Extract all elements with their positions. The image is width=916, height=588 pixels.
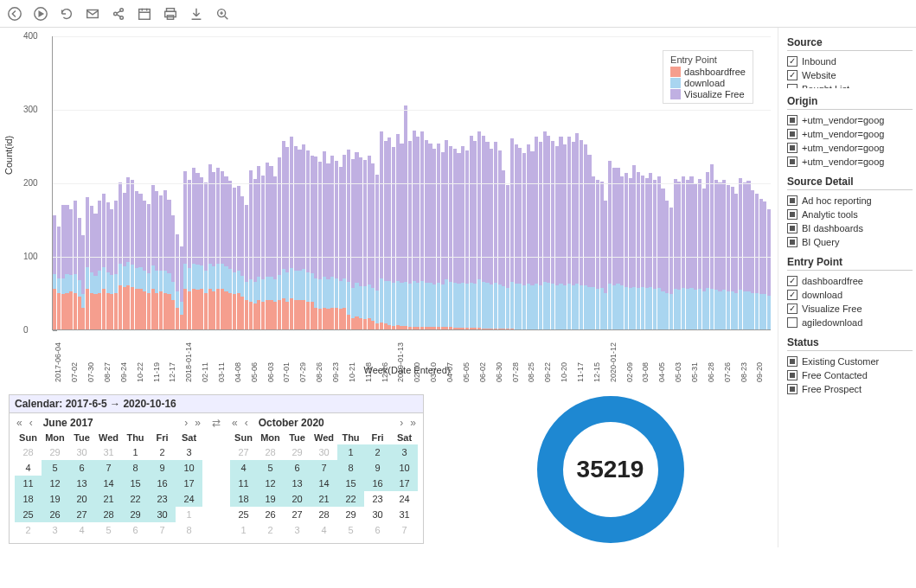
bar-week[interactable] — [457, 153, 460, 329]
bar-week[interactable] — [371, 163, 375, 329]
bar-week[interactable] — [404, 105, 407, 329]
prev-year-icon[interactable]: « — [230, 417, 240, 429]
filter-option[interactable]: dashboardfree — [787, 274, 913, 288]
calendar-day[interactable]: 9 — [149, 460, 176, 476]
bar-week[interactable] — [543, 131, 547, 330]
filter-option[interactable]: Free Prospect — [787, 382, 913, 396]
mail-icon[interactable] — [85, 6, 100, 22]
bar-week[interactable] — [53, 215, 56, 329]
bar-week[interactable] — [302, 144, 305, 329]
bar-week[interactable] — [604, 201, 607, 329]
bar-week[interactable] — [204, 182, 208, 329]
bar-week[interactable] — [461, 146, 464, 329]
calendar-day[interactable]: 2 — [15, 522, 42, 538]
checkbox-icon[interactable] — [787, 237, 797, 247]
calendar-day[interactable]: 11 — [230, 476, 257, 491]
calendar-day[interactable]: 14 — [311, 476, 337, 491]
bar-week[interactable] — [86, 197, 89, 329]
bar-week[interactable] — [522, 153, 526, 329]
checkbox-icon[interactable] — [787, 115, 797, 125]
bar-week[interactable] — [645, 178, 649, 329]
bar-week[interactable] — [98, 201, 101, 329]
checkbox-icon[interactable] — [787, 370, 797, 380]
filter-option[interactable]: Existing Customer — [787, 355, 913, 368]
bar-week[interactable] — [343, 155, 346, 329]
calendar-day[interactable]: 4 — [15, 460, 42, 476]
bar-week[interactable] — [106, 202, 110, 329]
bar-week[interactable] — [138, 194, 142, 329]
checkbox-icon[interactable] — [787, 157, 797, 167]
bar-week[interactable] — [620, 176, 624, 329]
bar-week[interactable] — [123, 193, 126, 329]
calendar-day[interactable]: 17 — [391, 476, 418, 491]
calendar-day[interactable]: 4 — [68, 522, 95, 538]
bar-week[interactable] — [74, 201, 77, 329]
bar-week[interactable] — [65, 205, 68, 330]
calendar-day[interactable]: 1 — [176, 507, 202, 522]
bar-week[interactable] — [339, 167, 343, 329]
calendar-day[interactable]: 2 — [149, 444, 176, 460]
calendar-day[interactable]: 23 — [149, 491, 176, 507]
bar-week[interactable] — [608, 161, 612, 329]
bar-week[interactable] — [355, 152, 358, 329]
bar-week[interactable] — [453, 149, 457, 329]
bar-week[interactable] — [195, 173, 199, 329]
bar-week[interactable] — [347, 150, 350, 329]
bar-week[interactable] — [637, 172, 640, 329]
calendar-day[interactable]: 15 — [337, 476, 364, 491]
bar-week[interactable] — [176, 234, 179, 329]
calendar-day[interactable]: 4 — [311, 522, 337, 538]
bar-week[interactable] — [253, 179, 257, 329]
calendar-day[interactable]: 6 — [68, 460, 95, 476]
calendar-day[interactable]: 1 — [230, 522, 257, 538]
download-icon[interactable] — [189, 6, 204, 22]
bar-week[interactable] — [269, 166, 272, 329]
bar-week[interactable] — [408, 141, 412, 329]
bar-week[interactable] — [119, 182, 122, 329]
bar-week[interactable] — [428, 144, 432, 329]
bar-week[interactable] — [584, 144, 587, 329]
filter-option[interactable]: +utm_vendor=goog — [787, 155, 913, 169]
bar-week[interactable] — [249, 170, 253, 329]
bar-week[interactable] — [143, 201, 146, 329]
bar-week[interactable] — [767, 209, 771, 329]
filter-option[interactable]: +utm_vendor=goog — [787, 127, 913, 141]
bar-week[interactable] — [612, 168, 616, 329]
bar-week[interactable] — [510, 138, 514, 329]
bar-week[interactable] — [290, 137, 293, 329]
checkbox-icon[interactable] — [787, 70, 797, 80]
bar-week[interactable] — [147, 204, 151, 329]
bar-week[interactable] — [734, 194, 738, 329]
share-icon[interactable] — [111, 6, 126, 22]
calendar-day[interactable]: 10 — [391, 460, 418, 476]
bar-week[interactable] — [245, 205, 248, 330]
bar-week[interactable] — [722, 180, 726, 329]
bar-week[interactable] — [661, 189, 664, 329]
bar-week[interactable] — [81, 235, 85, 329]
calendar-day[interactable]: 15 — [122, 476, 149, 491]
bar-week[interactable] — [575, 133, 579, 329]
calendar-day[interactable]: 4 — [230, 460, 257, 476]
calendar-icon[interactable] — [137, 6, 152, 22]
calendar-day[interactable]: 8 — [122, 460, 149, 476]
calendar-day[interactable]: 22 — [337, 491, 364, 507]
bar-week[interactable] — [188, 180, 191, 329]
bar-week[interactable] — [702, 189, 706, 329]
bar-week[interactable] — [763, 201, 766, 329]
bar-week[interactable] — [233, 188, 236, 329]
bar-week[interactable] — [653, 180, 657, 329]
bar-week[interactable] — [432, 149, 436, 329]
bar-week[interactable] — [682, 176, 685, 329]
prev-year-icon[interactable]: « — [15, 417, 24, 429]
bar-week[interactable] — [470, 136, 473, 329]
filter-option[interactable]: +utm_vendor=goog — [787, 113, 913, 127]
filter-option[interactable]: Ad hoc reporting — [787, 194, 913, 208]
checkbox-icon[interactable] — [787, 209, 797, 220]
calendar-day[interactable]: 27 — [284, 507, 311, 522]
calendar-day[interactable]: 29 — [284, 444, 311, 460]
bar-week[interactable] — [600, 182, 604, 329]
bar-week[interactable] — [494, 142, 497, 329]
calendar-day[interactable]: 28 — [311, 507, 337, 522]
checkbox-icon[interactable] — [787, 223, 797, 233]
bar-week[interactable] — [718, 182, 721, 329]
